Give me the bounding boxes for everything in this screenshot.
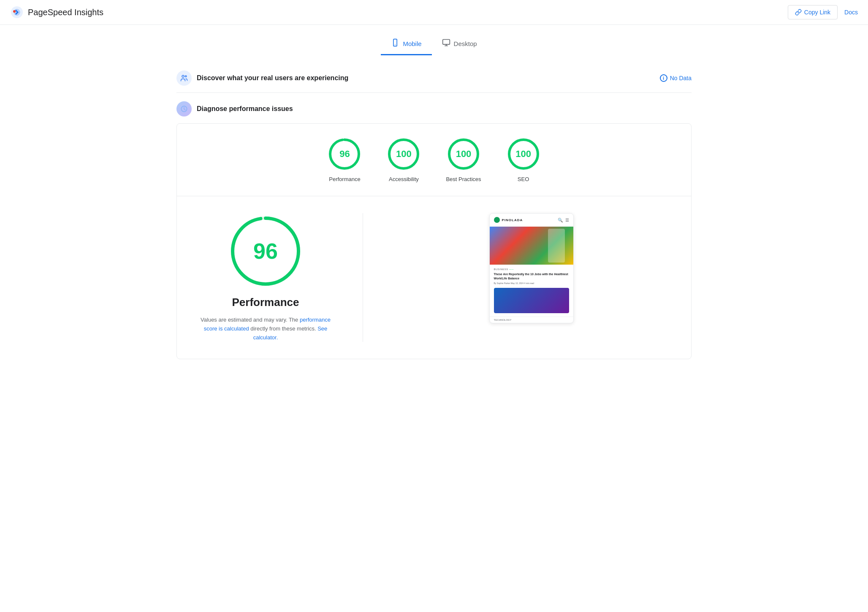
performance-score-value: 96 bbox=[339, 149, 350, 160]
tab-desktop-label: Desktop bbox=[454, 40, 477, 47]
accessibility-label: Accessibility bbox=[389, 176, 419, 182]
svg-rect-2 bbox=[393, 39, 397, 46]
search-icon: 🔍 bbox=[558, 218, 563, 222]
brand-dot bbox=[494, 217, 500, 223]
tab-desktop[interactable]: Desktop bbox=[432, 33, 487, 55]
score-cards-container: 96 Performance 100 Accessibility bbox=[176, 123, 692, 359]
detail-desc-prefix: Values are estimated and may vary. The bbox=[201, 317, 300, 323]
best-practices-score-value: 100 bbox=[456, 149, 472, 160]
screenshot-person bbox=[548, 229, 565, 263]
tabs-container: Mobile Desktop bbox=[0, 25, 868, 55]
tab-mobile-label: Mobile bbox=[403, 40, 421, 47]
no-data-label: No Data bbox=[670, 75, 692, 81]
screenshot-second-image bbox=[494, 288, 569, 313]
score-cards-row: 96 Performance 100 Accessibility bbox=[177, 137, 691, 196]
detail-section: 96 Performance Values are estimated and … bbox=[177, 196, 691, 359]
header: PageSpeed Insights Copy Link Docs bbox=[0, 0, 868, 25]
users-icon bbox=[180, 74, 188, 82]
diagnose-title: Diagnose performance issues bbox=[197, 105, 293, 113]
score-card-accessibility[interactable]: 100 Accessibility bbox=[387, 137, 420, 182]
best-practices-label: Best Practices bbox=[446, 176, 481, 182]
seo-score-value: 100 bbox=[515, 149, 531, 160]
link-icon bbox=[795, 9, 802, 16]
detail-description: Values are estimated and may vary. The p… bbox=[194, 316, 337, 342]
copy-link-button[interactable]: Copy Link bbox=[788, 5, 838, 19]
svg-rect-4 bbox=[442, 40, 450, 45]
seo-circle: 100 bbox=[507, 137, 540, 171]
score-card-performance[interactable]: 96 Performance bbox=[328, 137, 361, 182]
screenshot-hero-image bbox=[490, 227, 573, 265]
screenshot-category: BUSINESS —— bbox=[494, 268, 569, 271]
diagnose-section: Diagnose performance issues 96 Performan… bbox=[176, 93, 692, 359]
real-users-left: Discover what your real users are experi… bbox=[176, 70, 348, 86]
accessibility-circle: 100 bbox=[387, 137, 420, 171]
real-users-section: Discover what your real users are experi… bbox=[176, 64, 692, 93]
screenshot-footer-tag: TECHNOLOGY bbox=[490, 317, 573, 323]
vertical-divider bbox=[363, 213, 363, 342]
screenshot-header-icons: 🔍 ☰ bbox=[558, 218, 569, 222]
large-performance-score: 96 bbox=[253, 238, 278, 264]
copy-link-label: Copy Link bbox=[804, 9, 830, 16]
info-icon: i bbox=[660, 74, 667, 82]
desktop-icon bbox=[442, 38, 450, 49]
screenshot-article-title: These Are Reportedly the 10 Jobs with th… bbox=[494, 272, 569, 281]
pagespeed-logo bbox=[10, 5, 24, 19]
screenshot-content: BUSINESS —— These Are Reportedly the 10 … bbox=[490, 265, 573, 317]
header-left: PageSpeed Insights bbox=[10, 5, 103, 19]
main-content: Discover what your real users are experi… bbox=[160, 55, 708, 368]
detail-right: PINOLADA 🔍 ☰ BUSINESS —— bbox=[388, 213, 674, 342]
detail-desc-middle: directly from these metrics. bbox=[249, 325, 318, 332]
svg-point-6 bbox=[185, 76, 187, 77]
diagnose-header: Diagnose performance issues bbox=[176, 101, 692, 116]
no-data-badge[interactable]: i No Data bbox=[660, 74, 692, 82]
brand-name: PINOLADA bbox=[502, 218, 523, 222]
performance-circle: 96 bbox=[328, 137, 361, 171]
screenshot-header: PINOLADA 🔍 ☰ bbox=[490, 214, 573, 227]
menu-icon: ☰ bbox=[565, 218, 569, 222]
website-screenshot: PINOLADA 🔍 ☰ BUSINESS —— bbox=[489, 213, 574, 323]
mobile-icon bbox=[391, 38, 399, 49]
screenshot-article-meta: By Sophie Parker May 13, 2024 4 min read bbox=[494, 282, 569, 284]
real-users-icon-wrap bbox=[176, 70, 192, 86]
score-card-best-practices[interactable]: 100 Best Practices bbox=[446, 137, 481, 182]
score-card-seo[interactable]: 100 SEO bbox=[507, 137, 540, 182]
detail-title: Performance bbox=[232, 296, 299, 309]
header-right: Copy Link Docs bbox=[788, 5, 858, 19]
best-practices-circle: 100 bbox=[447, 137, 480, 171]
screenshot-brand: PINOLADA bbox=[494, 217, 523, 223]
svg-point-1 bbox=[13, 10, 16, 13]
docs-link[interactable]: Docs bbox=[844, 9, 858, 16]
svg-point-5 bbox=[182, 75, 184, 77]
diagnose-icon bbox=[180, 105, 188, 113]
large-performance-circle: 96 bbox=[228, 213, 304, 289]
accessibility-score-value: 100 bbox=[396, 149, 412, 160]
seo-label: SEO bbox=[518, 176, 529, 182]
diagnose-icon-wrap bbox=[176, 101, 192, 116]
detail-left: 96 Performance Values are estimated and … bbox=[194, 213, 337, 342]
app-title: PageSpeed Insights bbox=[28, 8, 103, 17]
real-users-title: Discover what your real users are experi… bbox=[197, 74, 348, 82]
svg-point-3 bbox=[395, 44, 396, 45]
tab-mobile[interactable]: Mobile bbox=[381, 33, 431, 55]
performance-label: Performance bbox=[329, 176, 360, 182]
